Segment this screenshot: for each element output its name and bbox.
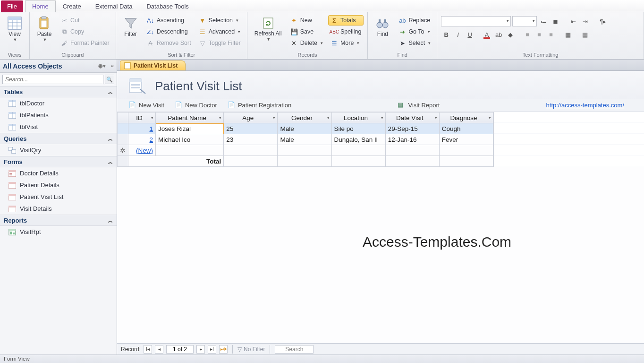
align-left-icon[interactable]: ≡ (522, 29, 533, 40)
nav-item-patient-details[interactable]: Patient Details (0, 179, 117, 191)
nav-item-tbldoctor[interactable]: tblDoctor (0, 97, 117, 109)
replace-button[interactable]: abReplace (396, 15, 433, 26)
nav-section-tables[interactable]: Tables︽ (0, 86, 117, 97)
cell-diagnose[interactable]: Cough (439, 123, 493, 134)
remove-sort-button[interactable]: A̶Remove Sort (144, 38, 194, 48)
align-right-icon[interactable]: ≡ (546, 29, 556, 40)
gridlines-icon[interactable]: ▦ (563, 29, 573, 40)
toggle-filter-button[interactable]: ▽Toggle Filter (196, 38, 243, 48)
new-visit-link[interactable]: 📄New Visit (128, 101, 164, 109)
record-position-input[interactable] (166, 345, 194, 354)
cell-age[interactable]: 23 (224, 134, 278, 145)
underline-icon[interactable]: U (465, 29, 475, 40)
patient-registration-link[interactable]: 📄Patient Registration (228, 101, 291, 109)
filter-button[interactable]: Filter (120, 14, 142, 39)
visit-report-link[interactable]: ▤Visit Report (398, 101, 440, 109)
cell-date[interactable]: 12-Jan-16 (385, 134, 439, 145)
text-direction-icon[interactable]: ¶▸ (598, 16, 608, 26)
document-tab[interactable]: Patient Visit List (120, 60, 186, 70)
row-selector[interactable] (118, 123, 128, 134)
format-painter-button[interactable]: 🖌Format Painter (58, 38, 112, 48)
copy-button[interactable]: ⧉Copy (58, 26, 112, 37)
datasheet[interactable]: ID▾ Patient Name▾ Age▾ Gender▾ Location▾… (117, 112, 493, 167)
cell-gender[interactable]: Male (278, 123, 331, 134)
cell-diagnose[interactable]: Fever (439, 134, 493, 145)
nav-item-visitqry[interactable]: VisitQry (0, 144, 117, 156)
totals-button[interactable]: ΣTotals (328, 15, 364, 26)
cell-gender[interactable]: Male (278, 134, 331, 145)
col-age[interactable]: Age▾ (224, 112, 278, 123)
first-record-button[interactable]: I◂ (144, 345, 152, 354)
italic-icon[interactable]: I (453, 29, 463, 40)
nav-dropdown-icon[interactable]: ◉▾ (98, 63, 106, 69)
cell-age[interactable]: 25 (224, 123, 278, 134)
highlight-icon[interactable]: ab (493, 29, 504, 40)
record-search-input[interactable] (275, 345, 314, 354)
advanced-button[interactable]: ☰Advanced▾ (196, 26, 243, 37)
cut-button[interactable]: ✂Cut (58, 15, 112, 26)
col-location[interactable]: Location▾ (331, 112, 385, 123)
tab-database-tools[interactable]: Database Tools (139, 0, 195, 12)
delete-record-button[interactable]: ✕Delete▾ (288, 38, 325, 48)
new-row-selector[interactable]: ✲ (118, 145, 128, 156)
col-gender[interactable]: Gender▾ (278, 112, 331, 123)
tab-file[interactable]: File (1, 0, 23, 12)
cell-location[interactable]: Sile po (331, 123, 385, 134)
col-patient-name[interactable]: Patient Name▾ (156, 112, 224, 123)
col-date-visit[interactable]: Date Visit▾ (385, 112, 439, 123)
view-button[interactable]: View ▼ (4, 14, 25, 43)
font-name-combo[interactable]: ▾ (441, 16, 511, 26)
last-record-button[interactable]: ▸I (208, 345, 216, 354)
nav-item-visitrpt[interactable]: VisitRpt (0, 226, 117, 238)
nav-section-reports[interactable]: Reports︽ (0, 215, 117, 226)
font-color-icon[interactable]: A (482, 29, 492, 40)
tab-external-data[interactable]: External Data (88, 0, 140, 12)
tab-home[interactable]: Home (25, 0, 56, 12)
alt-row-color-icon[interactable]: ▤ (580, 29, 590, 40)
cell-location[interactable]: Dungalo, San Il (331, 134, 385, 145)
ascending-button[interactable]: A↓Ascending (144, 15, 194, 26)
bold-icon[interactable]: B (441, 29, 451, 40)
more-button[interactable]: ☰More▾ (328, 38, 364, 48)
bullets-icon[interactable]: ≔ (538, 16, 549, 26)
goto-button[interactable]: ➜Go To▾ (396, 26, 433, 37)
prev-record-button[interactable]: ◂ (155, 345, 163, 354)
table-row[interactable]: 2 Michael Ico 23 Male Dungalo, San Il 12… (118, 134, 493, 145)
cell-name[interactable]: Joses Rizal (156, 123, 224, 134)
new-row[interactable]: ✲ (New) (118, 145, 493, 156)
nav-item-tblvisit[interactable]: tblVisit (0, 121, 117, 133)
select-button[interactable]: ➤Select▾ (396, 38, 433, 48)
nav-item-patient-visit-list[interactable]: Patient Visit List (0, 191, 117, 203)
no-filter-indicator[interactable]: ▽No Filter (237, 346, 265, 353)
numbering-icon[interactable]: ≣ (550, 16, 560, 26)
save-record-button[interactable]: 💾Save (288, 26, 325, 37)
find-button[interactable]: Find (372, 14, 393, 39)
row-selector[interactable] (118, 134, 128, 145)
selection-button[interactable]: ▼Selection▾ (196, 15, 243, 26)
website-hyperlink[interactable]: http://access-templates.com/ (546, 102, 624, 109)
refresh-all-button[interactable]: Refresh All▼ (251, 14, 285, 43)
font-size-combo[interactable]: ▾ (512, 16, 537, 26)
paste-button[interactable]: Paste ▼ (34, 14, 55, 43)
new-link[interactable]: (New) (136, 147, 153, 154)
descending-button[interactable]: Z↓Descending (144, 26, 194, 37)
table-row[interactable]: 1 Joses Rizal 25 Male Sile po 29-Sep-15 … (118, 123, 493, 134)
nav-item-tblpatients[interactable]: tblPatients (0, 109, 117, 121)
nav-collapse-icon[interactable]: « (111, 63, 114, 69)
cell-id[interactable]: 2 (128, 134, 156, 145)
next-record-button[interactable]: ▸ (196, 345, 205, 354)
align-center-icon[interactable]: ≡ (534, 29, 544, 40)
col-id[interactable]: ID▾ (128, 112, 156, 123)
tab-create[interactable]: Create (56, 0, 88, 12)
nav-search-input[interactable] (2, 75, 103, 84)
increase-indent-icon[interactable]: ⇥ (580, 16, 590, 26)
nav-section-queries[interactable]: Queries︽ (0, 133, 117, 144)
decrease-indent-icon[interactable]: ⇤ (568, 16, 578, 26)
cell-id[interactable]: 1 (128, 123, 156, 134)
new-record-button[interactable]: ✦New (288, 15, 325, 26)
nav-search-go[interactable]: 🔍 (105, 75, 114, 84)
select-all-box[interactable] (118, 112, 128, 123)
spelling-button[interactable]: ABCSpelling (328, 26, 364, 37)
cell-name[interactable]: Michael Ico (156, 134, 224, 145)
new-record-button[interactable]: ▸✲ (219, 345, 228, 354)
